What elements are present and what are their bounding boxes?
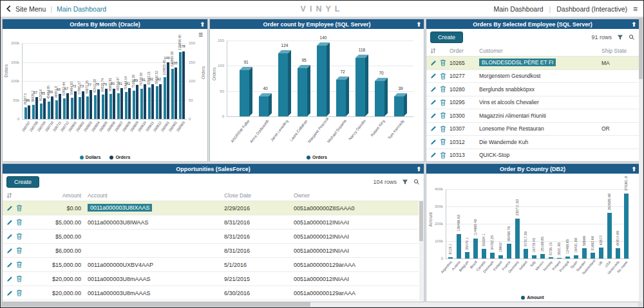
delete-icon[interactable] (16, 204, 23, 212)
value-label: 34782.25 (491, 235, 495, 250)
table-row[interactable]: $15,000.000011a000000UXBV4AAP5/1/2016005… (3, 258, 419, 272)
table-row[interactable]: 10265BLONDESDDSL PÈRE ET FIMA (426, 57, 639, 70)
table-row[interactable]: 10295Vins et alcools Chevalier (426, 96, 639, 110)
column-header-order[interactable]: Order (450, 48, 479, 54)
create-button[interactable]: Create (6, 176, 39, 188)
legend-item-orders[interactable]: Orders (307, 155, 327, 159)
nav-main-dashboard[interactable]: Main Dashboard (493, 5, 543, 13)
panel-opportunities: Opportunities (SalesForce) ⬆ Create 104 … (2, 163, 424, 302)
edit-icon[interactable] (430, 86, 437, 93)
edit-icon[interactable] (430, 139, 437, 145)
table-row[interactable]: $20,000.000011a000000UZ41wAAD2/22/201600… (3, 300, 419, 302)
filter-icon[interactable] (617, 34, 623, 41)
edit-icon[interactable] (6, 290, 13, 296)
dollars-bar (86, 96, 89, 119)
y-axis-tick: 0 (4, 117, 19, 121)
edit-icon[interactable] (430, 152, 437, 158)
edit-icon[interactable] (430, 73, 437, 79)
delete-icon[interactable] (16, 261, 23, 268)
collapse-arrow-icon[interactable]: ⬆ (200, 19, 205, 29)
column-header-account[interactable]: Account (88, 192, 224, 199)
delete-icon[interactable] (16, 289, 23, 296)
edit-icon[interactable] (6, 248, 13, 254)
table-row[interactable]: $5,000.008/31/20160051a0000012INIAAI (3, 230, 419, 244)
edit-icon[interactable] (430, 125, 437, 132)
delete-icon[interactable] (440, 112, 446, 119)
breadcrumb-main-dashboard[interactable]: Main Dashboard (57, 5, 106, 13)
column-header-customer[interactable]: Customer (479, 48, 601, 54)
page-horizontal-scrollbar[interactable] (1, 302, 638, 307)
legend-label: Amount (527, 295, 544, 300)
search-icon[interactable] (629, 34, 635, 41)
gridline (22, 43, 187, 44)
edit-icon[interactable] (430, 60, 437, 66)
delete-icon[interactable] (16, 247, 23, 254)
legend-item-amount[interactable]: Amount (521, 295, 544, 300)
employee-bar-side (327, 42, 330, 116)
collapse-arrow-icon[interactable]: ⬆ (631, 164, 636, 174)
value-label: 124 (273, 44, 296, 48)
delete-icon[interactable] (440, 99, 446, 106)
account-value: 0011a000000UXBV4AAP (88, 262, 153, 268)
delete-icon[interactable] (16, 275, 23, 282)
delete-icon[interactable] (440, 59, 446, 66)
back-chevron-icon[interactable] (6, 5, 11, 12)
table-row[interactable]: $6,000.008/31/20160051a0000012INIAAI (3, 244, 419, 258)
nav-dashboard-interactive[interactable]: Dashboard (Interactive) (556, 5, 627, 13)
x-axis-label: Nancy Davolio (346, 119, 366, 143)
scrollbar-thumb[interactable] (639, 18, 643, 79)
delete-icon[interactable] (440, 86, 446, 93)
edit-icon[interactable] (430, 99, 437, 105)
country-bar (565, 257, 570, 258)
edit-icon[interactable] (430, 113, 437, 119)
value-label: 114968.48 (474, 219, 478, 236)
legend-item-dollars[interactable]: Dollars (80, 155, 101, 159)
filter-icon[interactable] (402, 179, 408, 185)
table-row[interactable]: 10300Magazzini Alimentari Riuniti (426, 109, 639, 123)
edit-icon[interactable] (6, 233, 13, 240)
scrollbar-thumb[interactable] (419, 201, 423, 241)
delete-icon[interactable] (440, 152, 446, 159)
sort-icon[interactable] (6, 192, 12, 199)
table-row[interactable]: 10312Die Wandernde Kuh (426, 136, 639, 149)
sort-icon[interactable] (430, 48, 436, 54)
column-header-close-date[interactable]: Close Date (224, 192, 294, 199)
page-vertical-scrollbar[interactable] (639, 18, 643, 302)
table-row[interactable]: 10307Lonesome Pine RestauranOR (426, 123, 639, 136)
search-icon[interactable] (413, 179, 420, 185)
column-header-ship-state[interactable]: Ship State (601, 48, 635, 54)
delete-icon[interactable] (16, 219, 23, 226)
chart-menu-icon[interactable]: ≡ (198, 31, 203, 39)
table-row[interactable]: 10280Berglunds snabbköpxx (426, 83, 639, 96)
edit-icon[interactable] (6, 262, 13, 268)
table-row[interactable]: $0.000011a000003U8IXAAS2/29/20160051a000… (3, 201, 419, 215)
delete-icon[interactable] (16, 233, 23, 240)
table-row[interactable]: $5,000.000011a000003U8IWAAS8/31/20160051… (3, 215, 419, 230)
scrollbar-thumb[interactable] (1, 302, 310, 307)
table-row[interactable]: 10313QUICK-Stop (426, 149, 639, 162)
collapse-arrow-icon[interactable]: ⬆ (416, 164, 421, 174)
edit-icon[interactable] (6, 205, 13, 212)
row-actions (430, 73, 450, 80)
orders-bar (175, 68, 177, 119)
column-header-amount[interactable]: Amount (28, 192, 88, 199)
menu-icon[interactable]: ≡ (633, 5, 638, 13)
delete-icon[interactable] (440, 138, 446, 145)
table-row[interactable]: $20,000.000011a000003U8mAAAS6/30/2016005… (3, 286, 419, 300)
delete-icon[interactable] (440, 73, 446, 80)
delete-icon[interactable] (440, 125, 446, 132)
country-bar (599, 248, 603, 258)
table-row[interactable]: 10277Morgenstern Gesundkost (426, 70, 639, 84)
collapse-arrow-icon[interactable]: ⬆ (631, 19, 636, 29)
site-menu-button[interactable]: Site Menu (15, 5, 46, 13)
legend-item-orders[interactable]: Orders (109, 155, 130, 159)
value-label: 35470.1 (466, 237, 469, 250)
column-header-owner[interactable]: Owner (294, 192, 420, 199)
edit-icon[interactable] (6, 219, 13, 226)
table-row[interactable]: $20,000.000011a000003U8mAAAS9/21/2015005… (3, 272, 419, 286)
edit-icon[interactable] (6, 276, 13, 282)
orders-bar (182, 51, 185, 119)
create-button[interactable]: Create (430, 32, 463, 43)
collapse-arrow-icon[interactable]: ⬆ (416, 19, 421, 29)
table-vertical-scrollbar[interactable] (419, 201, 423, 301)
